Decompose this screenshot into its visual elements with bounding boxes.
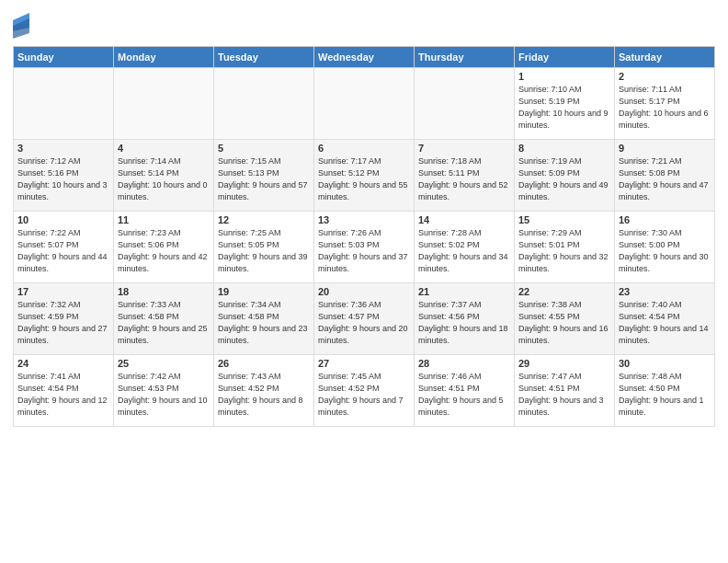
- calendar-cell: 7Sunrise: 7:18 AM Sunset: 5:11 PM Daylig…: [415, 140, 515, 212]
- day-number: 2: [619, 71, 711, 82]
- day-info: Sunrise: 7:34 AM Sunset: 4:58 PM Dayligh…: [218, 299, 310, 347]
- day-info: Sunrise: 7:10 AM Sunset: 5:19 PM Dayligh…: [518, 84, 610, 132]
- calendar-cell: 10Sunrise: 7:22 AM Sunset: 5:07 PM Dayli…: [14, 212, 114, 283]
- day-number: 22: [518, 286, 610, 297]
- weekday-header: Tuesday: [214, 47, 314, 68]
- calendar-cell: 9Sunrise: 7:21 AM Sunset: 5:08 PM Daylig…: [615, 140, 715, 212]
- day-info: Sunrise: 7:17 AM Sunset: 5:12 PM Dayligh…: [318, 155, 410, 203]
- calendar-cell: 20Sunrise: 7:36 AM Sunset: 4:57 PM Dayli…: [314, 283, 415, 355]
- page: SundayMondayTuesdayWednesdayThursdayFrid…: [0, 0, 728, 563]
- day-number: 5: [218, 143, 310, 154]
- day-number: 16: [619, 214, 711, 225]
- day-number: 30: [619, 358, 711, 369]
- calendar-week-row: 24Sunrise: 7:41 AM Sunset: 4:54 PM Dayli…: [14, 355, 715, 427]
- day-info: Sunrise: 7:45 AM Sunset: 4:52 PM Dayligh…: [318, 371, 410, 419]
- day-number: 15: [518, 214, 610, 225]
- calendar-cell: 1Sunrise: 7:10 AM Sunset: 5:19 PM Daylig…: [515, 68, 615, 140]
- day-number: 27: [318, 358, 410, 369]
- day-info: Sunrise: 7:11 AM Sunset: 5:17 PM Dayligh…: [619, 84, 711, 132]
- calendar-cell: 27Sunrise: 7:45 AM Sunset: 4:52 PM Dayli…: [314, 355, 415, 427]
- calendar-cell: [14, 68, 114, 140]
- day-info: Sunrise: 7:26 AM Sunset: 5:03 PM Dayligh…: [318, 227, 410, 275]
- weekday-header: Sunday: [14, 47, 114, 68]
- day-info: Sunrise: 7:28 AM Sunset: 5:02 PM Dayligh…: [418, 227, 510, 275]
- calendar-cell: 11Sunrise: 7:23 AM Sunset: 5:06 PM Dayli…: [114, 212, 214, 283]
- calendar-cell: 24Sunrise: 7:41 AM Sunset: 4:54 PM Dayli…: [14, 355, 114, 427]
- calendar-cell: 19Sunrise: 7:34 AM Sunset: 4:58 PM Dayli…: [214, 283, 314, 355]
- day-number: 4: [118, 143, 210, 154]
- day-number: 10: [17, 214, 109, 225]
- day-number: 18: [118, 286, 210, 297]
- calendar-cell: 26Sunrise: 7:43 AM Sunset: 4:52 PM Dayli…: [214, 355, 314, 427]
- calendar-cell: [214, 68, 314, 140]
- day-info: Sunrise: 7:22 AM Sunset: 5:07 PM Dayligh…: [17, 227, 109, 275]
- day-number: 21: [418, 286, 510, 297]
- calendar-cell: 15Sunrise: 7:29 AM Sunset: 5:01 PM Dayli…: [515, 212, 615, 283]
- calendar-cell: 12Sunrise: 7:25 AM Sunset: 5:05 PM Dayli…: [214, 212, 314, 283]
- day-number: 8: [518, 143, 610, 154]
- calendar-week-row: 10Sunrise: 7:22 AM Sunset: 5:07 PM Dayli…: [14, 212, 715, 283]
- calendar-cell: 17Sunrise: 7:32 AM Sunset: 4:59 PM Dayli…: [14, 283, 114, 355]
- logo-icon: [13, 13, 29, 39]
- weekday-header: Thursday: [415, 47, 515, 68]
- day-info: Sunrise: 7:18 AM Sunset: 5:11 PM Dayligh…: [418, 155, 510, 203]
- day-number: 6: [318, 143, 410, 154]
- calendar-cell: 5Sunrise: 7:15 AM Sunset: 5:13 PM Daylig…: [214, 140, 314, 212]
- day-info: Sunrise: 7:42 AM Sunset: 4:53 PM Dayligh…: [118, 371, 210, 419]
- day-number: 13: [318, 214, 410, 225]
- day-number: 14: [418, 214, 510, 225]
- calendar-cell: 16Sunrise: 7:30 AM Sunset: 5:00 PM Dayli…: [615, 212, 715, 283]
- calendar-cell: 2Sunrise: 7:11 AM Sunset: 5:17 PM Daylig…: [615, 68, 715, 140]
- weekday-header: Wednesday: [314, 47, 415, 68]
- day-number: 3: [17, 143, 109, 154]
- calendar-cell: 25Sunrise: 7:42 AM Sunset: 4:53 PM Dayli…: [114, 355, 214, 427]
- day-number: 7: [418, 143, 510, 154]
- calendar-cell: [314, 68, 415, 140]
- calendar-cell: 8Sunrise: 7:19 AM Sunset: 5:09 PM Daylig…: [515, 140, 615, 212]
- calendar-cell: 13Sunrise: 7:26 AM Sunset: 5:03 PM Dayli…: [314, 212, 415, 283]
- calendar-week-row: 3Sunrise: 7:12 AM Sunset: 5:16 PM Daylig…: [14, 140, 715, 212]
- day-number: 19: [218, 286, 310, 297]
- weekday-header: Friday: [515, 47, 615, 68]
- day-info: Sunrise: 7:47 AM Sunset: 4:51 PM Dayligh…: [518, 371, 610, 419]
- calendar-cell: [415, 68, 515, 140]
- day-info: Sunrise: 7:38 AM Sunset: 4:55 PM Dayligh…: [518, 299, 610, 347]
- day-number: 17: [17, 286, 109, 297]
- calendar-week-row: 17Sunrise: 7:32 AM Sunset: 4:59 PM Dayli…: [14, 283, 715, 355]
- day-info: Sunrise: 7:21 AM Sunset: 5:08 PM Dayligh…: [619, 155, 711, 203]
- calendar: SundayMondayTuesdayWednesdayThursdayFrid…: [13, 46, 715, 427]
- calendar-cell: 4Sunrise: 7:14 AM Sunset: 5:14 PM Daylig…: [114, 140, 214, 212]
- calendar-cell: 18Sunrise: 7:33 AM Sunset: 4:58 PM Dayli…: [114, 283, 214, 355]
- day-number: 1: [518, 71, 610, 82]
- day-info: Sunrise: 7:37 AM Sunset: 4:56 PM Dayligh…: [418, 299, 510, 347]
- day-info: Sunrise: 7:40 AM Sunset: 4:54 PM Dayligh…: [619, 299, 711, 347]
- day-number: 9: [619, 143, 711, 154]
- logo: [13, 13, 31, 39]
- day-info: Sunrise: 7:32 AM Sunset: 4:59 PM Dayligh…: [17, 299, 109, 347]
- day-number: 24: [17, 358, 109, 369]
- day-info: Sunrise: 7:36 AM Sunset: 4:57 PM Dayligh…: [318, 299, 410, 347]
- day-number: 29: [518, 358, 610, 369]
- day-info: Sunrise: 7:19 AM Sunset: 5:09 PM Dayligh…: [518, 155, 610, 203]
- calendar-header-row: SundayMondayTuesdayWednesdayThursdayFrid…: [14, 47, 715, 68]
- day-number: 28: [418, 358, 510, 369]
- day-number: 12: [218, 214, 310, 225]
- calendar-cell: 23Sunrise: 7:40 AM Sunset: 4:54 PM Dayli…: [615, 283, 715, 355]
- day-info: Sunrise: 7:30 AM Sunset: 5:00 PM Dayligh…: [619, 227, 711, 275]
- day-info: Sunrise: 7:46 AM Sunset: 4:51 PM Dayligh…: [418, 371, 510, 419]
- day-info: Sunrise: 7:25 AM Sunset: 5:05 PM Dayligh…: [218, 227, 310, 275]
- day-info: Sunrise: 7:48 AM Sunset: 4:50 PM Dayligh…: [619, 371, 711, 419]
- calendar-cell: 22Sunrise: 7:38 AM Sunset: 4:55 PM Dayli…: [515, 283, 615, 355]
- calendar-cell: 30Sunrise: 7:48 AM Sunset: 4:50 PM Dayli…: [615, 355, 715, 427]
- day-number: 25: [118, 358, 210, 369]
- day-info: Sunrise: 7:41 AM Sunset: 4:54 PM Dayligh…: [17, 371, 109, 419]
- calendar-cell: 6Sunrise: 7:17 AM Sunset: 5:12 PM Daylig…: [314, 140, 415, 212]
- day-number: 23: [619, 286, 711, 297]
- day-info: Sunrise: 7:43 AM Sunset: 4:52 PM Dayligh…: [218, 371, 310, 419]
- calendar-cell: 14Sunrise: 7:28 AM Sunset: 5:02 PM Dayli…: [415, 212, 515, 283]
- day-number: 20: [318, 286, 410, 297]
- calendar-cell: 21Sunrise: 7:37 AM Sunset: 4:56 PM Dayli…: [415, 283, 515, 355]
- weekday-header: Saturday: [615, 47, 715, 68]
- day-number: 26: [218, 358, 310, 369]
- weekday-header: Monday: [114, 47, 214, 68]
